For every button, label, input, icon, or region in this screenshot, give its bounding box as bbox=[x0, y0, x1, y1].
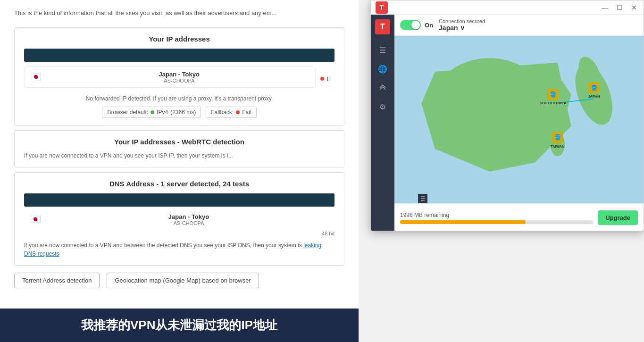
dns-warning: If you are now connected to a VPN and be… bbox=[24, 241, 335, 258]
svg-text:🪣: 🪣 bbox=[554, 134, 561, 141]
vpn-topbar: On Connection secured Japan ∨ bbox=[394, 15, 644, 36]
svg-text:SOUTH KOREA: SOUTH KOREA bbox=[540, 101, 567, 105]
ip-addresses-section: Your IP addresses 🇯🇵 Japan - Tokyo AS-CH… bbox=[14, 27, 344, 125]
fallback-status: Fail bbox=[242, 109, 251, 116]
title-bar-controls: — ☐ ✕ bbox=[600, 4, 639, 11]
ip-location-name: Japan - Tokyo bbox=[48, 71, 310, 78]
svg-text:JAPAN: JAPAN bbox=[588, 94, 600, 99]
map-svg: 🪣 SOUTH KOREA 🪣 JAPAN 🪣 bbox=[394, 35, 644, 203]
dns-section: DNS Address - 1 server detected, 24 test… bbox=[14, 172, 344, 266]
ip-asn: AS-CHOOPA bbox=[48, 78, 310, 83]
data-bar-inner bbox=[400, 220, 526, 224]
vpn-sidebar: T ☰ 🌐 ⚙ bbox=[371, 15, 394, 231]
ip-section-title: Your IP addresses bbox=[24, 35, 335, 43]
dns-location-name: Japan - Tokyo bbox=[48, 213, 330, 220]
svg-text:TAIWAN: TAIWAN bbox=[551, 144, 565, 149]
ipv4-label: IPv4 bbox=[157, 109, 168, 116]
toggle-label: On bbox=[425, 22, 433, 29]
sidebar-settings-icon[interactable]: ⚙ bbox=[376, 100, 390, 114]
sidebar-globe-icon[interactable]: 🌐 bbox=[376, 62, 390, 76]
bottom-banner: 我推荐的VPN从未泄漏过我的IP地址 bbox=[0, 309, 359, 342]
dns-hits: 48 hit bbox=[24, 231, 335, 236]
ip-bar bbox=[24, 49, 335, 62]
browser-default-label: Browser default: bbox=[107, 109, 148, 116]
secondary-ip-label: Il bbox=[327, 75, 330, 83]
dns-bar bbox=[24, 193, 335, 207]
main-content: This is the kind of information that all… bbox=[0, 0, 359, 342]
japan-flag: 🇯🇵 bbox=[29, 72, 42, 82]
svg-text:🪣: 🪣 bbox=[550, 91, 557, 98]
toggle-knob bbox=[411, 21, 420, 29]
fallback-label: Fallback: bbox=[211, 109, 234, 116]
fallback-dot bbox=[236, 110, 240, 114]
sidebar-signal-icon[interactable] bbox=[376, 81, 390, 95]
no-forwarded-text: No forwarded IP detected. If you are usi… bbox=[24, 95, 335, 102]
ip-row-main: 🇯🇵 Japan - Tokyo AS-CHOOPA bbox=[24, 67, 316, 88]
minimize-button[interactable]: — bbox=[600, 4, 610, 11]
maximize-button[interactable]: ☐ bbox=[615, 4, 625, 11]
title-bar: T — ☐ ✕ bbox=[371, 0, 644, 15]
fallback-tag: Fallback: Fail bbox=[206, 107, 256, 118]
data-bar-outer bbox=[400, 220, 593, 224]
close-button[interactable]: ✕ bbox=[629, 4, 639, 11]
vpn-map: 🪣 SOUTH KOREA 🪣 JAPAN 🪣 bbox=[394, 35, 644, 203]
dns-location-info: Japan - Tokyo AS-CHOOPA bbox=[48, 213, 330, 226]
expand-icon[interactable] bbox=[418, 194, 427, 203]
ipv4-ms: (2366 ms) bbox=[170, 109, 196, 116]
toggle-container: On bbox=[400, 20, 433, 30]
top-description: This is the kind of information that all… bbox=[0, 0, 359, 23]
dns-asn: AS-CHOOPA bbox=[48, 220, 330, 226]
vpn-app-window: T — ☐ ✕ T ☰ 🌐 ⚙ bbox=[370, 0, 644, 231]
webrtc-section: Your IP addresses - WebRTC detection If … bbox=[14, 130, 344, 167]
browser-info: Browser default: IPv4 (2366 ms) Fallback… bbox=[24, 107, 335, 118]
upgrade-button[interactable]: Upgrade bbox=[598, 210, 638, 225]
vpn-toggle[interactable] bbox=[400, 20, 421, 30]
dns-japan-flag: 🇯🇵 bbox=[29, 215, 42, 224]
connection-info: Connection secured Japan ∨ bbox=[439, 18, 485, 32]
japan-marker: 🪣 JAPAN bbox=[588, 82, 600, 99]
torrent-button[interactable]: Torrent Address detection bbox=[14, 273, 100, 288]
data-remaining-text: 1998 MB remaining bbox=[400, 212, 593, 218]
secondary-ip-dot bbox=[320, 77, 324, 81]
connection-country[interactable]: Japan ∨ bbox=[439, 24, 485, 32]
connection-secured-text: Connection secured bbox=[439, 18, 485, 24]
vpn-layout: T ☰ 🌐 ⚙ On bbox=[371, 15, 644, 231]
vpn-bottom-bar: 1998 MB remaining Upgrade bbox=[394, 203, 644, 231]
vpn-main-panel: On Connection secured Japan ∨ bbox=[394, 15, 644, 231]
webrtc-title: Your IP addresses - WebRTC detection bbox=[24, 138, 335, 146]
ipv4-dot bbox=[151, 110, 154, 114]
dns-title: DNS Address - 1 server detected, 24 test… bbox=[24, 180, 335, 188]
webrtc-description: If you are now connected to a VPN and yo… bbox=[24, 151, 335, 160]
banner-text: 我推荐的VPN从未泄漏过我的IP地址 bbox=[9, 317, 349, 334]
app-logo: T bbox=[376, 1, 388, 14]
dns-ip-row: 🇯🇵 Japan - Tokyo AS-CHOOPA bbox=[24, 210, 335, 229]
svg-text:🪣: 🪣 bbox=[591, 84, 598, 91]
taiwan-marker: 🪣 TAIWAN bbox=[551, 132, 565, 149]
browser-default-tag: Browser default: IPv4 (2366 ms) bbox=[102, 107, 201, 118]
bottom-buttons: Torrent Address detection Geolocation ma… bbox=[14, 273, 344, 288]
ip-location-info: Japan - Tokyo AS-CHOOPA bbox=[48, 71, 310, 83]
data-info: 1998 MB remaining bbox=[400, 212, 593, 224]
geolocation-button[interactable]: Geolocation map (Google Map) based on br… bbox=[107, 273, 259, 288]
sidebar-menu-icon[interactable]: ☰ bbox=[376, 43, 390, 57]
vpn-sidebar-logo: T bbox=[375, 19, 390, 34]
